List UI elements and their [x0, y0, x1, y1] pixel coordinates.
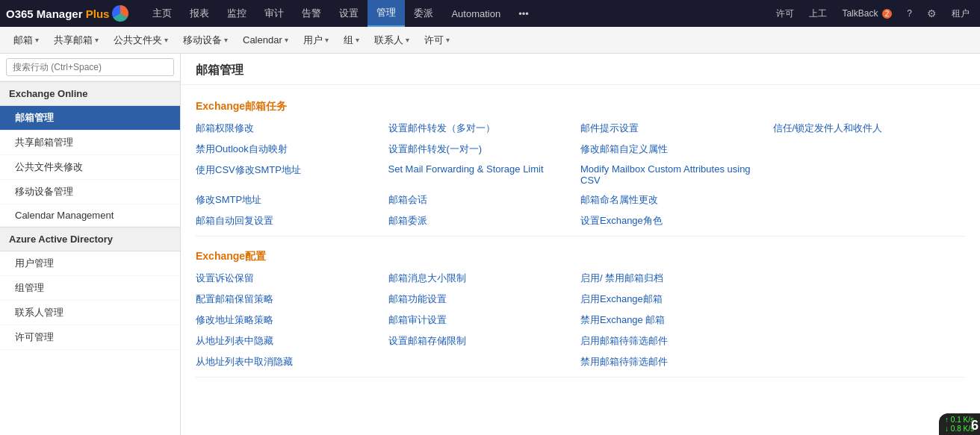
second-nav-calendar[interactable]: Calendar ▾	[235, 27, 296, 54]
top-nav-item-•••[interactable]: •••	[509, 0, 538, 27]
task-link[interactable]: 邮箱委派	[388, 212, 581, 230]
task-cell: Modify Mailbox Custom Attributes using C…	[580, 161, 773, 188]
arrow-icon: ▾	[406, 36, 409, 44]
top-nav-item-主页[interactable]: 主页	[143, 0, 181, 27]
search-input[interactable]	[6, 58, 174, 76]
talkback-badge: 2	[882, 9, 893, 19]
second-nav-共享邮箱[interactable]: 共享邮箱 ▾	[46, 27, 106, 54]
task-cell: 邮箱会话	[388, 191, 581, 209]
help-button[interactable]: ?	[902, 7, 917, 20]
task-link[interactable]: 修改SMTP地址	[196, 191, 388, 209]
sidebar-item-共享邮箱管理[interactable]: 共享邮箱管理	[0, 131, 180, 155]
task-link[interactable]: 禁用邮箱待筛选邮件	[580, 353, 773, 371]
second-nav-邮箱[interactable]: 邮箱 ▾	[6, 27, 46, 54]
content-area: 邮箱管理 Exchange邮箱任务邮箱权限修改设置邮件转发（多对一）邮件提示设置…	[181, 54, 980, 435]
task-link[interactable]: 设置邮箱存储限制	[388, 332, 581, 350]
task-cell: 启用/ 禁用邮箱归档	[580, 269, 773, 287]
section-heading: Exchange配置	[196, 242, 965, 269]
task-link[interactable]: 邮件提示设置	[580, 119, 773, 137]
arrow-icon: ▾	[285, 36, 288, 44]
task-grid: 设置诉讼保留邮箱消息大小限制启用/ 禁用邮箱归档配置邮箱保留策略邮箱功能设置启用…	[196, 269, 965, 371]
task-cell	[773, 140, 966, 158]
task-link[interactable]: 设置邮件转发(一对一)	[388, 140, 581, 158]
sidebar-item-许可管理[interactable]: 许可管理	[0, 325, 180, 350]
top-nav-item-监控[interactable]: 监控	[218, 0, 255, 27]
task-link[interactable]: 设置Exchange角色	[580, 212, 773, 230]
work-link[interactable]: 上工	[804, 6, 831, 22]
arrow-icon: ▾	[356, 36, 359, 44]
sidebar-item-邮箱管理[interactable]: 邮箱管理	[0, 106, 180, 131]
task-link[interactable]: 设置诉讼保留	[196, 269, 388, 287]
task-link[interactable]: 邮箱权限修改	[196, 119, 388, 137]
task-cell	[773, 332, 966, 350]
sidebar-item-联系人管理[interactable]: 联系人管理	[0, 301, 180, 325]
task-link[interactable]: 邮箱命名属性更改	[580, 191, 773, 209]
top-nav-item-告警[interactable]: 告警	[293, 0, 330, 27]
task-cell	[773, 161, 966, 188]
top-nav-item-管理[interactable]: 管理	[368, 0, 405, 27]
task-link[interactable]: Set Mail Forwarding & Storage Limit	[388, 161, 581, 177]
task-link[interactable]: 禁用Outlook自动映射	[196, 140, 388, 158]
sidebar-item-公共文件夹修改[interactable]: 公共文件夹修改	[0, 155, 180, 180]
top-nav-item-委派[interactable]: 委派	[405, 0, 442, 27]
second-nav-联系人[interactable]: 联系人 ▾	[367, 27, 417, 54]
task-link[interactable]: 禁用Exchange 邮箱	[580, 311, 773, 329]
task-link[interactable]: 邮箱会话	[388, 191, 581, 209]
task-link[interactable]: 从地址列表中隐藏	[196, 332, 388, 350]
top-nav-item-automation[interactable]: Automation	[442, 0, 509, 27]
arrow-icon: ▾	[325, 36, 329, 44]
task-link[interactable]: 启用邮箱待筛选邮件	[580, 332, 773, 350]
task-link[interactable]: 邮箱审计设置	[388, 311, 581, 329]
section-divider	[196, 377, 965, 378]
task-link[interactable]: 邮箱自动回复设置	[196, 212, 388, 230]
task-cell: 从地址列表中隐藏	[196, 332, 388, 350]
second-nav-公共文件夹[interactable]: 公共文件夹 ▾	[106, 27, 176, 54]
task-cell: 修改地址策略策略	[196, 311, 388, 329]
sidebar: Exchange Online邮箱管理共享邮箱管理公共文件夹修改移动设备管理Ca…	[0, 54, 181, 435]
task-link[interactable]: 邮箱消息大小限制	[388, 269, 581, 287]
task-cell	[388, 353, 581, 371]
second-nav-移动设备[interactable]: 移动设备 ▾	[176, 27, 235, 54]
main-area: Exchange Online邮箱管理共享邮箱管理公共文件夹修改移动设备管理Ca…	[0, 54, 980, 435]
second-nav-bar: 邮箱 ▾共享邮箱 ▾公共文件夹 ▾移动设备 ▾Calendar ▾用户 ▾组 ▾…	[0, 27, 980, 54]
task-cell: 设置邮件转发(一对一)	[388, 140, 581, 158]
user-menu[interactable]: 租户	[947, 6, 974, 22]
task-link[interactable]: 修改地址策略策略	[196, 311, 388, 329]
task-link[interactable]: 修改邮箱自定义属性	[580, 140, 773, 158]
task-cell: 邮箱功能设置	[388, 290, 581, 308]
task-cell: 使用CSV修改SMTP地址	[196, 161, 388, 188]
sidebar-item-组管理[interactable]: 组管理	[0, 276, 180, 301]
top-nav-item-设置[interactable]: 设置	[330, 0, 368, 27]
gear-icon[interactable]: ⚙	[922, 6, 941, 21]
task-link[interactable]: 信任/锁定发件人和收件人	[773, 119, 966, 137]
second-nav-用户[interactable]: 用户 ▾	[296, 27, 336, 54]
sidebar-item-移动设备管理[interactable]: 移动设备管理	[0, 180, 180, 204]
top-nav-item-报表[interactable]: 报表	[181, 0, 218, 27]
arrow-icon: ▾	[446, 36, 450, 44]
license-link[interactable]: 许可	[772, 6, 798, 22]
task-link[interactable]: 配置邮箱保留策略	[196, 290, 388, 308]
task-link[interactable]: 设置邮件转发（多对一）	[388, 119, 581, 137]
sidebar-item-calendarmanagement[interactable]: Calendar Management	[0, 204, 180, 227]
task-link[interactable]: 启用/ 禁用邮箱归档	[580, 269, 773, 287]
task-link[interactable]: 从地址列表中取消隐藏	[196, 353, 388, 371]
task-cell: 启用Exchange邮箱	[580, 290, 773, 308]
content-body: Exchange邮箱任务邮箱权限修改设置邮件转发（多对一）邮件提示设置信任/锁定…	[181, 85, 980, 391]
task-link[interactable]: 启用Exchange邮箱	[580, 290, 773, 308]
task-cell: 修改SMTP地址	[196, 191, 388, 209]
task-grid: 邮箱权限修改设置邮件转发（多对一）邮件提示设置信任/锁定发件人和收件人禁用Out…	[196, 119, 965, 230]
arrow-icon: ▾	[164, 36, 168, 44]
top-nav-item-审计[interactable]: 审计	[255, 0, 293, 27]
task-cell	[773, 290, 966, 308]
task-link[interactable]: 使用CSV修改SMTP地址	[196, 161, 388, 179]
talkback-link[interactable]: TalkBack 2	[837, 7, 896, 20]
sidebar-item-用户管理[interactable]: 用户管理	[0, 251, 180, 276]
task-link[interactable]: 邮箱功能设置	[388, 290, 581, 308]
task-cell: 邮箱委派	[388, 212, 581, 230]
sidebar-section-header: Exchange Online	[0, 81, 180, 106]
task-cell: 设置Exchange角色	[580, 212, 773, 230]
second-nav-组[interactable]: 组 ▾	[336, 27, 367, 54]
second-nav-许可[interactable]: 许可 ▾	[417, 27, 457, 54]
task-link[interactable]: Modify Mailbox Custom Attributes using C…	[580, 161, 773, 188]
arrow-icon: ▾	[95, 36, 99, 44]
